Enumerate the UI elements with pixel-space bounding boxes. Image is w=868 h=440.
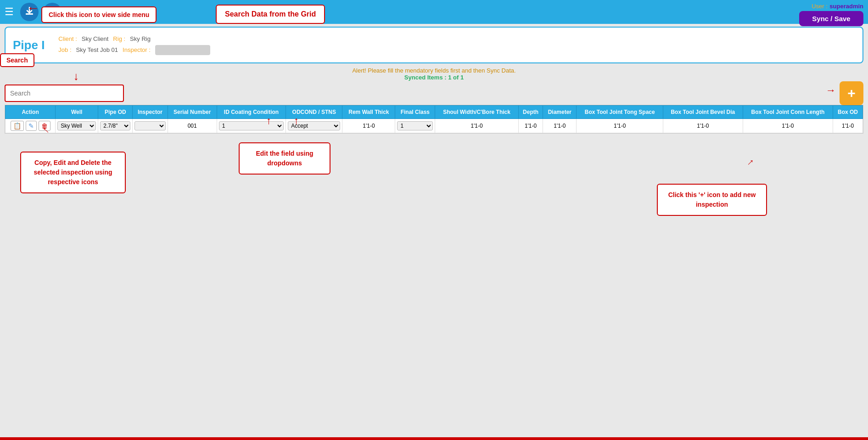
inspector-select[interactable]: [134, 121, 165, 130]
cell-inspector[interactable]: [133, 119, 168, 133]
cell-pipe-od[interactable]: 2.7/8": [98, 119, 133, 133]
col-box-od: Box OD: [833, 106, 863, 119]
inspector-label: Inspector :: [123, 46, 151, 53]
bottom-indicator-bar: [0, 437, 868, 440]
id-coating-select[interactable]: 1: [219, 121, 284, 130]
cell-rem-wall: 1'1-0: [342, 119, 395, 133]
cell-serial-number: 001: [168, 119, 217, 133]
col-box-bevel: Box Tool Joint Bevel Dia: [663, 106, 743, 119]
page-title: Pipe I: [13, 38, 45, 52]
add-inspection-button[interactable]: +: [840, 81, 863, 105]
copy-button[interactable]: 📋: [11, 121, 24, 131]
cell-box-bevel: 1'1-0: [663, 119, 743, 133]
client-label: Client :: [58, 35, 77, 42]
download-icon[interactable]: [20, 3, 39, 21]
cell-depth: 1'1-0: [518, 119, 543, 133]
cell-diameter: 1'1-0: [543, 119, 577, 133]
cell-action: 📋 ✎ 🗑: [6, 119, 56, 133]
job-value: Sky Test Job 01: [76, 46, 118, 53]
pipe-od-select[interactable]: 2.7/8": [100, 121, 130, 130]
sync-count: Synced Items : 1 of 1: [0, 74, 868, 81]
grid-view-icon[interactable]: [43, 3, 62, 21]
table-row: 📋 ✎ 🗑 Sky Well 2.7/8": [6, 119, 863, 133]
grid-wrapper: Action Well Pipe OD Inspector Serial Num…: [5, 105, 863, 134]
final-class-select[interactable]: 1: [397, 121, 433, 130]
col-serial-number: Serial Number: [168, 106, 217, 119]
cell-box-od: 1'1-0: [833, 119, 863, 133]
job-label: Job :: [58, 46, 71, 53]
callout-add-inspection-label: Click this '+' icon to add new inspectio…: [668, 191, 756, 208]
col-action: Action: [6, 106, 56, 119]
col-id-coating: ID Coating Condition: [217, 106, 286, 119]
well-select[interactable]: Sky Well: [57, 121, 96, 130]
col-box-conn: Box Tool Joint Conn Length: [743, 106, 833, 119]
col-diameter: Diameter: [543, 106, 577, 119]
col-shoul: Shoul Width/C'Bore Thick: [435, 106, 519, 119]
inspection-grid: Action Well Pipe OD Inspector Serial Num…: [5, 105, 863, 133]
search-input[interactable]: [5, 85, 124, 102]
alert-bar: Alert! Please fill the mendatory fields …: [0, 63, 868, 82]
cell-shoul: 1'1-0: [435, 119, 519, 133]
cell-id-coating[interactable]: 1: [217, 119, 286, 133]
odcond-select[interactable]: Accept: [288, 121, 340, 130]
cell-box-tong: 1'1-0: [577, 119, 663, 133]
col-inspector: Inspector: [133, 106, 168, 119]
rig-label: Rig :: [113, 35, 125, 42]
cell-final-class[interactable]: 1: [395, 119, 435, 133]
user-info: User : superadmin: [812, 2, 863, 10]
alert-text: Alert! Please fill the mendatory fields …: [0, 67, 868, 74]
svg-rect-5: [48, 12, 52, 16]
svg-rect-6: [53, 12, 56, 16]
col-final-class: Final Class: [395, 106, 435, 119]
cell-well[interactable]: Sky Well: [56, 119, 98, 133]
svg-rect-4: [53, 8, 56, 11]
callout-edit-dropdown-label: Edit the field using dropdowns: [256, 150, 313, 167]
col-box-tong: Box Tool Joint Tong Space: [577, 106, 663, 119]
callout-copy-edit-delete-label: Copy, Edit and Delete the selected inspe…: [34, 159, 112, 186]
client-value: Sky Client: [82, 35, 109, 42]
col-rem-wall: Rem Wall Thick: [342, 106, 395, 119]
col-pipe-od: Pipe OD: [98, 106, 133, 119]
callout-side-menu-label: Click this icon to view side menu: [49, 11, 149, 18]
col-odcond: ODCOND / STNS: [286, 106, 342, 119]
delete-button[interactable]: 🗑: [39, 121, 50, 131]
svg-rect-3: [48, 8, 52, 11]
sync-save-button[interactable]: Sync / Save: [799, 11, 863, 26]
hamburger-menu-icon[interactable]: ☰: [5, 6, 14, 18]
cell-odcond[interactable]: Accept: [286, 119, 342, 133]
cell-box-conn: 1'1-0: [743, 119, 833, 133]
col-depth: Depth: [518, 106, 543, 119]
inspector-input[interactable]: [155, 45, 210, 55]
top-navigation-bar: ← ☰ Click this icon to view side menu: [0, 0, 868, 24]
search-row: ↓ Search + →: [0, 82, 868, 105]
callout-search-data-label: Search Data from the Grid: [225, 10, 316, 18]
edit-button[interactable]: ✎: [26, 121, 37, 131]
rig-value: Sky Rig: [130, 35, 151, 42]
col-well: Well: [56, 106, 98, 119]
